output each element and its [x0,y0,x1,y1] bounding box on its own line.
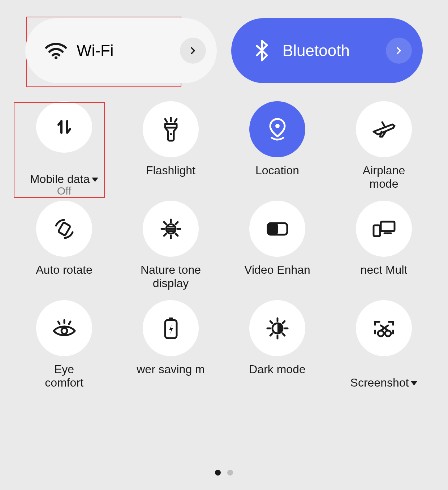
svg-line-41 [270,333,272,336]
tile-multi-screen[interactable]: nect Mult [334,201,434,297]
svg-point-27 [61,328,67,334]
svg-line-39 [283,333,285,336]
svg-line-17 [164,222,166,224]
svg-line-29 [58,321,60,324]
video-enhance-icon [249,201,305,257]
bluetooth-expand[interactable] [386,38,412,64]
svg-line-2 [165,119,167,122]
bluetooth-icon [249,39,275,62]
tile-label: Auto rotate [36,263,92,277]
top-toggle-row: Wi-Fi Bluetooth [0,0,448,90]
svg-point-0 [55,56,57,59]
svg-line-3 [175,119,177,122]
location-icon [249,101,305,157]
screenshot-icon [356,300,412,356]
tile-mobile-data[interactable]: Mobile data Off [14,101,114,197]
bluetooth-toggle[interactable]: Bluetooth [231,18,423,83]
airplane-icon [356,101,412,157]
tile-airplane-mode[interactable]: Airplane mode [334,101,434,197]
tile-flashlight[interactable]: Flashlight [121,101,220,197]
tile-screenshot[interactable]: Screenshot [334,300,434,396]
page-dot-1[interactable] [215,470,221,476]
dark-mode-icon [249,300,305,356]
flashlight-icon [143,101,199,157]
svg-line-38 [270,321,272,323]
power-saving-icon [143,300,199,356]
page-dot-2[interactable] [227,470,233,476]
bluetooth-label: Bluetooth [283,42,386,60]
wifi-icon [43,42,69,59]
svg-line-7 [382,122,385,127]
tile-label: Mobile data [30,159,98,183]
svg-rect-23 [381,222,395,231]
tile-location[interactable]: Location [228,101,327,197]
wifi-toggle[interactable]: Wi-Fi [25,18,217,83]
svg-rect-26 [374,225,380,236]
tile-label: nect Mult [361,263,408,277]
tile-label: wer saving m [137,363,205,376]
tile-label: Video Enhan [244,263,310,277]
tile-label: Airplane mode [363,164,405,191]
svg-line-20 [164,234,166,236]
svg-point-6 [275,124,280,128]
chevron-down-icon [92,178,98,182]
tile-label: Dark mode [249,363,306,376]
svg-line-18 [176,234,178,236]
mobile-data-icon [36,101,92,153]
tile-video-enhance[interactable]: Video Enhan [228,201,327,297]
svg-rect-8 [58,222,70,235]
page-indicator[interactable] [215,470,233,476]
tile-dark-mode[interactable]: Dark mode [228,300,327,396]
auto-rotate-icon [36,201,92,257]
tile-sublabel: Off [57,185,71,197]
tile-label: Screenshot [350,363,418,389]
quick-settings-grid: Mobile data Off Flashlight Location [0,90,448,396]
tile-power-saving[interactable]: wer saving m [121,300,220,396]
tile-label: Flashlight [146,164,195,177]
tile-label: Eye comfort [45,363,83,389]
svg-line-30 [69,321,70,324]
wifi-label: Wi-Fi [77,42,180,60]
tile-eye-comfort[interactable]: Eye comfort [14,300,114,396]
eye-comfort-icon [36,300,92,356]
svg-rect-32 [169,318,173,320]
wifi-expand[interactable] [180,38,206,64]
chevron-down-icon [411,381,417,385]
svg-point-5 [170,133,172,135]
svg-line-19 [176,222,178,224]
tile-label: Location [255,164,299,177]
multi-screen-icon [356,201,412,257]
svg-line-40 [283,321,285,323]
nature-tone-icon [143,201,199,257]
tile-label: Nature tone display [141,263,201,290]
tile-nature-tone[interactable]: Nature tone display [121,201,220,297]
tile-auto-rotate[interactable]: Auto rotate [14,201,114,297]
svg-rect-22 [268,223,278,235]
